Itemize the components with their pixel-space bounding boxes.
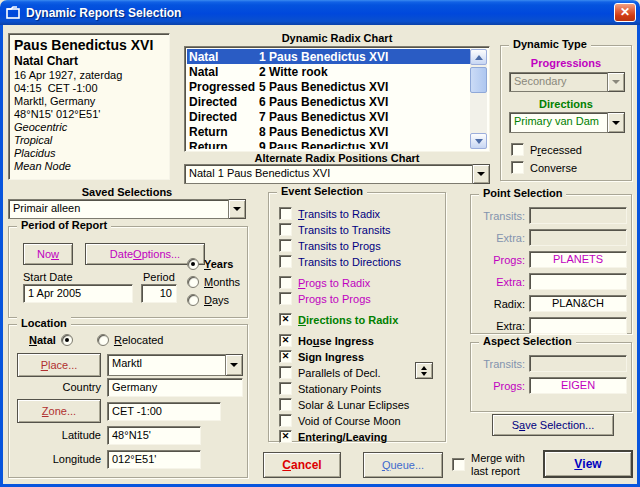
country-input[interactable]: Germany [107, 378, 243, 397]
directions-value[interactable]: Primary van Dam [509, 112, 608, 133]
period-input[interactable]: 10 [141, 284, 177, 303]
checkbox-box[interactable] [279, 255, 292, 268]
place-value[interactable]: Marktl [107, 354, 226, 376]
converse-checkbox[interactable]: Converse [511, 161, 577, 174]
checkbox-box[interactable] [279, 276, 292, 289]
alternate-radix-dropdown-button[interactable] [473, 164, 490, 184]
precessed-checkbox[interactable]: Precessed [511, 143, 582, 156]
checkbox-box[interactable]: ✕ [279, 350, 292, 363]
radix-list-row[interactable]: Directed7 Paus Benedictus XVI [187, 109, 470, 124]
period-unit-radio-row[interactable]: Months [187, 275, 240, 289]
place-button[interactable]: Place... [17, 353, 101, 377]
text-field[interactable]: EIGEN [529, 377, 627, 394]
alternate-radix-combo[interactable]: Natal 1 Paus Benedictus XVI [184, 164, 490, 184]
event-checkbox-row[interactable]: Stationary Points [279, 382, 409, 395]
alternate-radix-value[interactable]: Natal 1 Paus Benedictus XVI [184, 164, 473, 184]
radix-list-row[interactable]: Return8 Paus Benedictus XVI [187, 124, 470, 139]
checkbox-box[interactable] [279, 207, 292, 220]
country-label: Country [9, 381, 101, 393]
radix-row-type: Natal [187, 65, 259, 79]
event-checkbox-row[interactable]: ✕Entering/Leaving [279, 430, 409, 443]
place-combo[interactable]: Marktl [107, 354, 243, 376]
parallels-spinner[interactable] [415, 362, 433, 379]
radix-list-row[interactable]: Natal1 Paus Benedictus XVI [187, 49, 470, 64]
merge-with-last-report-checkbox[interactable]: Merge with last report [452, 452, 535, 478]
radix-list-row[interactable]: Progressed5 Paus Benedictus XVI [187, 79, 470, 94]
checkbox-box[interactable]: ✕ [279, 430, 292, 443]
field-row: Radix:PLAN&CH [477, 295, 627, 312]
directions-dropdown-button[interactable] [608, 112, 625, 133]
scroll-thumb[interactable] [470, 67, 487, 93]
natal-radio[interactable] [61, 334, 73, 346]
saved-selections-value[interactable]: Primair alleen [8, 199, 229, 219]
text-field[interactable]: PLAN&CH [529, 295, 627, 312]
checkbox-box[interactable] [279, 414, 292, 427]
close-button[interactable]: ✕ [614, 3, 636, 22]
text-field[interactable] [529, 317, 627, 334]
zone-input[interactable]: CET -1:00 [107, 402, 221, 421]
radio-button[interactable] [187, 294, 199, 306]
checkbox-box[interactable] [511, 161, 524, 174]
event-checkbox-row[interactable]: Progs to Progs [279, 292, 409, 305]
checkbox-box[interactable]: ✕ [279, 334, 292, 347]
scroll-down-button[interactable] [470, 133, 487, 149]
checkbox-box[interactable] [279, 239, 292, 252]
event-checkbox-row[interactable]: ✕Directions to Radix [279, 313, 409, 326]
checkbox-box[interactable] [279, 382, 292, 395]
radix-list-row[interactable]: Return9 Paus Benedictus XVI [187, 139, 470, 149]
saved-selections-dropdown-button[interactable] [229, 199, 246, 219]
directions-combo[interactable]: Primary van Dam [509, 112, 625, 133]
radix-row-name: 2 Witte rook [259, 65, 470, 79]
event-checkbox-row[interactable]: Void of Course Moon [279, 414, 409, 427]
event-checkbox-row[interactable]: Solar & Lunar Eclipses [279, 398, 409, 411]
relocated-radio-label: Relocated [114, 334, 164, 346]
field-row: Transits: [477, 207, 627, 224]
place-dropdown-button[interactable] [226, 354, 243, 376]
event-checkbox-row[interactable]: Transits to Progs [279, 239, 409, 252]
checkbox-box[interactable] [279, 223, 292, 236]
event-checkbox-label: Sign Ingress [298, 351, 364, 363]
event-checkbox-label: Solar & Lunar Eclipses [298, 399, 409, 411]
cancel-button[interactable]: Cancel [263, 452, 341, 478]
dynamic-radix-chart-label: Dynamic Radix Chart [184, 32, 490, 44]
chart-info-line: Paus Benedictus XVI [14, 37, 164, 54]
list-scrollbar[interactable] [470, 49, 487, 149]
field-label: Radix: [477, 298, 525, 310]
checkbox-box[interactable] [279, 292, 292, 305]
checkbox-box[interactable]: ✕ [279, 313, 292, 326]
zone-button[interactable]: Zone... [17, 399, 101, 423]
event-checkbox-row[interactable]: Parallels of Decl. [279, 366, 409, 379]
checkbox-box[interactable] [279, 366, 292, 379]
checkbox-box[interactable] [279, 398, 292, 411]
event-checkbox-row[interactable]: Progs to Radix [279, 276, 409, 289]
event-checkbox-row[interactable]: ✕House Ingress [279, 334, 409, 347]
dynamic-radix-chart-list[interactable]: Natal1 Paus Benedictus XVINatal2 Witte r… [184, 46, 490, 152]
queue-button[interactable]: Queue... [363, 452, 443, 478]
radix-list-row[interactable]: Natal2 Witte rook [187, 64, 470, 79]
longitude-input[interactable]: 012°E51' [107, 450, 201, 469]
event-checkbox-row[interactable]: Transits to Radix [279, 207, 409, 220]
latitude-input[interactable]: 48°N15' [107, 426, 201, 445]
relocated-radio[interactable] [97, 334, 109, 346]
radix-list-row[interactable]: Directed6 Paus Benedictus XVI [187, 94, 470, 109]
converse-label: Converse [530, 162, 577, 174]
start-date-input[interactable]: 1 Apr 2005 [23, 284, 133, 303]
event-checkbox-row[interactable]: Transits to Directions [279, 255, 409, 268]
view-button[interactable]: View [543, 450, 633, 478]
saved-selections-combo[interactable]: Primair alleen [8, 199, 246, 219]
checkbox-box[interactable] [452, 458, 465, 471]
now-button[interactable]: Now [23, 243, 73, 265]
radio-button[interactable] [187, 276, 199, 288]
period-unit-radio-row[interactable]: Years [187, 257, 240, 271]
event-checkbox-row[interactable]: ✕Sign Ingress [279, 350, 409, 363]
text-field [529, 355, 627, 372]
text-field[interactable] [529, 273, 627, 290]
scroll-up-button[interactable] [470, 49, 487, 65]
period-unit-label: Days [204, 294, 229, 306]
checkbox-box[interactable] [511, 143, 524, 156]
event-checkbox-row[interactable]: Transits to Transits [279, 223, 409, 236]
text-field[interactable]: PLANETS [529, 251, 627, 268]
period-unit-radio-row[interactable]: Days [187, 293, 240, 307]
radio-button[interactable] [187, 258, 199, 270]
save-selection-button[interactable]: Save Selection... [492, 414, 614, 436]
